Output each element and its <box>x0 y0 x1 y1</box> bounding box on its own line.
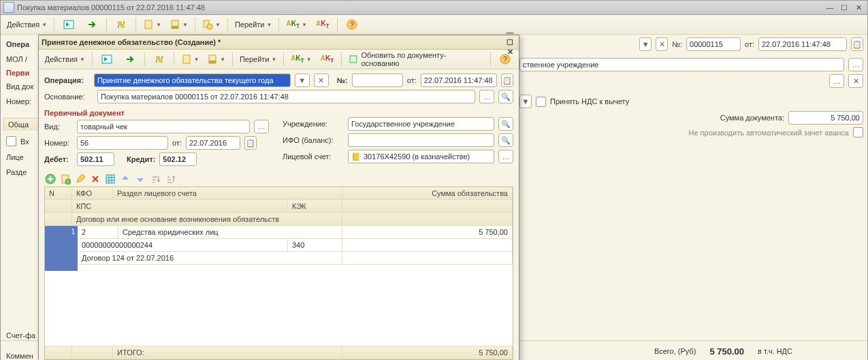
ifo-field[interactable] <box>348 133 494 147</box>
clone-row-icon[interactable] <box>59 173 71 185</box>
sort-desc-icon[interactable] <box>164 173 176 185</box>
modal-maximize-button[interactable]: ☐ <box>504 37 516 47</box>
credit-field[interactable]: 502.12 <box>159 152 197 166</box>
right-panel: ственное учреждение … … ✕ ▼ Принять НДС … <box>519 58 863 140</box>
nomer-calendar-icon[interactable]: 📋 <box>244 136 257 150</box>
close-button[interactable]: ✕ <box>852 3 865 12</box>
table-row[interactable]: 1 2 Средства юридических лиц 5 750,00 00… <box>45 226 513 271</box>
modal-minimize-button[interactable]: — <box>504 28 516 37</box>
grid-icon[interactable] <box>104 173 116 185</box>
th-kps[interactable]: КПС <box>72 200 288 213</box>
acct-more-icon[interactable]: … <box>498 150 513 163</box>
modal-refresh-pair-icon[interactable] <box>148 51 170 67</box>
basis-more-icon[interactable]: … <box>479 90 494 103</box>
vat-check[interactable] <box>536 97 546 107</box>
outer-dropdown-icon[interactable]: ▼ <box>639 37 652 51</box>
vid-field[interactable]: товарный чек <box>77 120 250 133</box>
th-kek[interactable]: КЭК <box>288 200 342 213</box>
down-arrow-icon[interactable] <box>134 173 146 185</box>
modal-refresh-button[interactable]: Обновить по документу-основанию <box>345 51 487 67</box>
modal-toolbar: Действия▼ ▼ ▼ Перейти▼ AKT▼ AKT Обновить… <box>39 50 519 69</box>
basis-field[interactable]: Покупка материалов 00000115 от 22.07.201… <box>97 90 475 103</box>
nomer-field[interactable]: 56 <box>77 136 168 150</box>
th-n[interactable]: N <box>45 187 72 200</box>
modal-akr-red-icon[interactable]: AKT <box>316 51 338 67</box>
modal-num-field[interactable] <box>352 73 403 87</box>
vid-more-icon[interactable]: … <box>254 120 269 133</box>
inst-label: Учреждение: <box>283 120 344 128</box>
vid-label: Вид: <box>44 122 73 131</box>
help-icon[interactable]: ? <box>341 16 363 33</box>
debit-field[interactable]: 502.11 <box>77 152 114 166</box>
row-marker: 1 <box>45 226 78 271</box>
link-doc-icon[interactable]: ▼ <box>199 16 224 33</box>
actions-menu[interactable]: Действия▼ <box>3 16 50 33</box>
refresh-pair-icon[interactable] <box>110 16 132 33</box>
arrow-right-icon[interactable] <box>81 16 103 33</box>
minimize-button[interactable]: — <box>824 3 836 12</box>
th-kfo[interactable]: КФО <box>72 187 113 200</box>
modal-goto-menu[interactable]: Перейти▼ <box>236 51 280 67</box>
modal-arrow-right-icon[interactable] <box>119 51 141 67</box>
outer-clear-icon[interactable]: ✕ <box>656 37 668 51</box>
modal-date-field[interactable]: 22.07.2016 11:47:48 <box>421 73 497 87</box>
footer-total-label: Всего, (Руб) <box>654 347 696 355</box>
inst-field[interactable]: Государственное учреждение <box>348 117 494 131</box>
outer-date-field[interactable]: 22.07.2016 11:47:48 <box>758 37 847 51</box>
cell-kfo[interactable]: 2 <box>78 226 118 239</box>
maximize-button[interactable]: ☐ <box>838 3 850 12</box>
cell-contract[interactable]: Договор 124 от 22.07.2016 <box>78 252 342 265</box>
akr-red-icon[interactable]: AKT <box>312 16 334 33</box>
row2-clear-icon[interactable]: ✕ <box>848 74 863 88</box>
document-icon <box>3 2 14 13</box>
bg-vid-dok: Вид док <box>6 82 33 91</box>
operation-clear-icon[interactable]: ✕ <box>314 73 329 87</box>
ifo-search-icon[interactable]: 🔍 <box>498 133 513 147</box>
cell-kps[interactable]: 00000000000000244 <box>78 239 288 252</box>
akr-green-icon[interactable]: AKT▼ <box>283 16 310 33</box>
row2-more-icon[interactable]: … <box>829 74 844 88</box>
outer-number-field[interactable]: 00000115 <box>686 37 741 51</box>
doc1-icon[interactable]: ▼ <box>140 16 165 33</box>
modal-doc1-icon[interactable]: ▼ <box>178 51 203 67</box>
bg-razde-label: Разде <box>6 168 27 176</box>
modal-akr-green-icon[interactable]: AKT▼ <box>287 51 315 67</box>
basis-search-icon[interactable]: 🔍 <box>498 90 513 103</box>
up-arrow-icon[interactable] <box>119 173 131 185</box>
cell-section[interactable]: Средства юридических лиц <box>118 226 342 239</box>
type-dd-icon[interactable]: ▼ <box>519 95 532 108</box>
outer-calendar-icon[interactable]: 📋 <box>851 37 863 51</box>
th-section[interactable]: Раздел лицевого счета <box>113 187 342 200</box>
doc2-icon[interactable]: ▼ <box>166 16 191 33</box>
institution-more-icon[interactable]: … <box>848 58 863 71</box>
no-auto-check[interactable] <box>853 127 863 137</box>
modal-run-icon[interactable] <box>96 51 118 67</box>
run-icon[interactable] <box>58 16 80 33</box>
bg-vkh-check[interactable] <box>6 136 16 146</box>
nomer-date-field[interactable]: 22.07.2016 <box>186 136 240 150</box>
th-sum[interactable]: Сумма обязательства <box>342 187 513 200</box>
sum-doc-field[interactable]: 5 750,00 <box>788 111 863 125</box>
th-contract[interactable]: Договор или иное основание возникновения… <box>72 213 342 226</box>
acct-label: Лицевой счет: <box>283 152 344 161</box>
modal-doc2-icon[interactable]: ▼ <box>204 51 229 67</box>
inst-search-icon[interactable]: 🔍 <box>498 117 513 131</box>
modal-calendar-icon[interactable]: 📋 <box>501 73 513 87</box>
svg-point-17 <box>65 179 71 184</box>
acct-field[interactable]: 📒30176X42590 (в казначействе) <box>348 150 494 163</box>
institution-tail-field[interactable]: ственное учреждение <box>519 58 844 71</box>
operation-select[interactable]: Принятие денежного обязательства текущег… <box>94 73 291 87</box>
outer-num-label: №: <box>672 40 682 48</box>
delete-row-icon[interactable] <box>89 173 101 185</box>
edit-row-icon[interactable] <box>74 173 86 185</box>
operation-dd-icon[interactable]: ▼ <box>295 73 310 87</box>
svg-rect-9 <box>183 55 190 63</box>
cell-sum[interactable]: 5 750,00 <box>342 226 513 239</box>
modal-actions-menu[interactable]: Действия▼ <box>42 51 89 67</box>
goto-menu[interactable]: Перейти▼ <box>231 16 276 33</box>
add-row-icon[interactable] <box>44 173 57 185</box>
modal-help-icon[interactable]: ? <box>494 51 516 67</box>
bg-obshcha-tab[interactable]: Обща <box>8 120 29 129</box>
sort-asc-icon[interactable] <box>149 173 161 185</box>
cell-kek[interactable]: 340 <box>288 239 342 252</box>
